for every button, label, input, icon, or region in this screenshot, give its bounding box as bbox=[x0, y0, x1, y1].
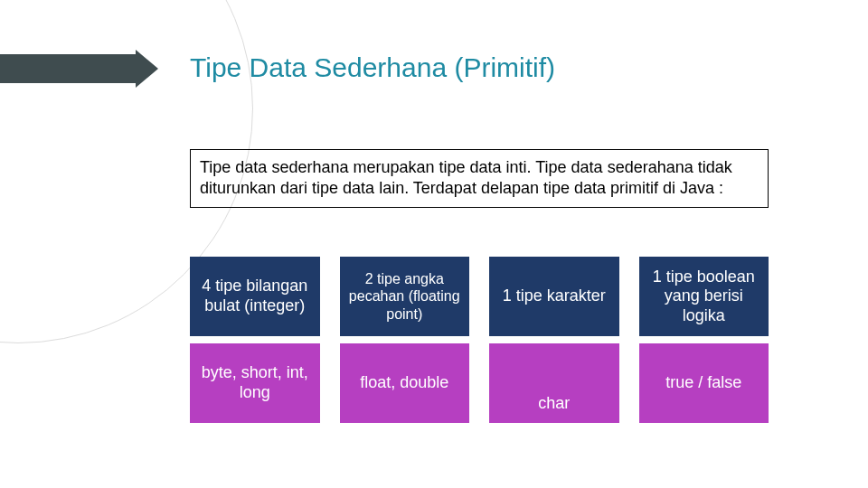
description-text: Tipe data sederhana merupakan tipe data … bbox=[200, 158, 732, 197]
header-integer: 4 tipe bilangan bulat (integer) bbox=[190, 257, 320, 336]
header-float: 2 tipe angka pecahan (floating point) bbox=[340, 257, 470, 336]
values-float: float, double bbox=[340, 343, 470, 423]
description-box: Tipe data sederhana merupakan tipe data … bbox=[190, 149, 769, 208]
decor-chevron-icon bbox=[136, 50, 158, 88]
values-integer: byte, short, int, long bbox=[190, 343, 320, 423]
header-boolean: 1 tipe boolean yang berisi logika bbox=[639, 257, 769, 336]
page-title: Tipe Data Sederhana (Primitif) bbox=[190, 52, 555, 83]
header-char: 1 tipe karakter bbox=[489, 257, 619, 336]
values-boolean: true / false bbox=[639, 343, 769, 423]
values-char: char bbox=[489, 343, 619, 423]
decor-bar bbox=[0, 54, 136, 83]
type-grid: 4 tipe bilangan bulat (integer) 2 tipe a… bbox=[190, 257, 769, 423]
